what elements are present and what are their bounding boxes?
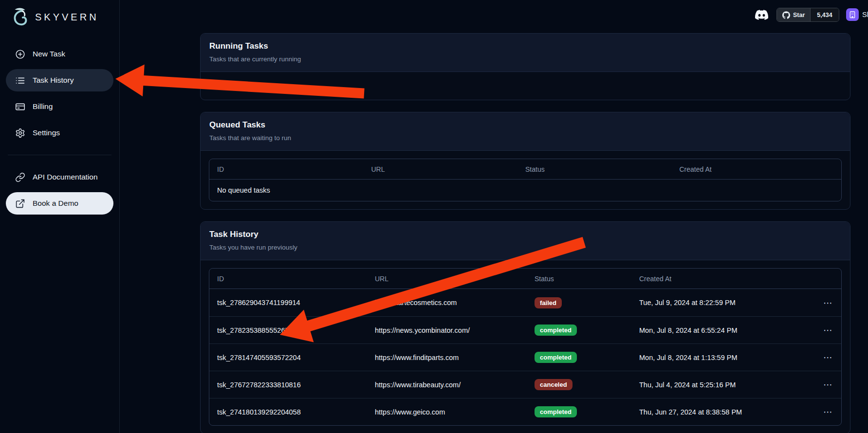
column-header-created-at: Created At — [639, 275, 785, 283]
table-row[interactable]: tsk_278235388555267564 https://news.ycom… — [209, 316, 841, 343]
gear-icon — [15, 128, 25, 138]
task-url-cell: https://news.ycombinator.com/ — [375, 326, 535, 334]
created-at-cell: Thu, Jun 27, 2024 at 8:38:58 PM — [639, 408, 785, 416]
column-header-status: Status — [525, 165, 680, 173]
task-id-cell: tsk_278629043741199914 — [217, 299, 375, 307]
card-title: Running Tasks — [209, 41, 841, 51]
queued-tasks-body: ID URL Status Created At No queued tasks — [201, 151, 850, 209]
row-actions-button[interactable]: ⋯ — [822, 351, 833, 364]
task-id-cell: tsk_274180139292204058 — [217, 408, 375, 416]
running-tasks-empty: No running tasks — [209, 80, 842, 92]
card-title: Task History — [209, 230, 841, 239]
github-icon — [782, 11, 790, 19]
task-history-table: ID URL Status Created At tsk_27862904374… — [209, 268, 842, 426]
credit-card-icon — [15, 102, 25, 112]
running-tasks-card: Running Tasks Tasks that are currently r… — [200, 33, 850, 100]
github-star-button[interactable]: Star 5,434 — [776, 8, 839, 22]
table-row[interactable]: tsk_278147405593572204 https://www.findi… — [209, 343, 841, 371]
task-url-cell: https://www.geico.com — [375, 408, 535, 416]
queued-tasks-header: Queued Tasks Tasks that are waiting to r… — [201, 112, 850, 151]
running-tasks-header: Running Tasks Tasks that are currently r… — [201, 34, 850, 72]
sidebar-divider — [8, 155, 111, 155]
status-badge: completed — [535, 406, 577, 417]
sidebar-item-label: API Documentation — [33, 173, 98, 181]
sidebar-item-label: Task History — [33, 76, 74, 85]
table-row[interactable]: tsk_278629043741199914 https://tartecosm… — [209, 289, 841, 316]
created-at-cell: Tue, Jul 9, 2024 at 8:22:59 PM — [639, 299, 785, 307]
sidebar-item-task-history[interactable]: Task History — [6, 69, 113, 91]
task-history-header: Task History Tasks you have run previous… — [201, 222, 850, 260]
column-header-status: Status — [535, 275, 639, 283]
status-badge: completed — [535, 352, 577, 363]
table-header-row: ID URL Status Created At — [209, 269, 841, 289]
account-label: Sk — [862, 11, 868, 18]
queued-tasks-empty: No queued tasks — [209, 180, 841, 201]
row-actions-button[interactable]: ⋯ — [822, 324, 833, 337]
created-at-cell: Mon, Jul 8, 2024 at 1:13:59 PM — [639, 354, 785, 361]
sidebar-item-book-a-demo[interactable]: Book a Demo — [6, 192, 113, 215]
task-url-cell: https://tartecosmetics.com — [375, 299, 535, 307]
sidebar-item-new-task[interactable]: New Task — [6, 43, 113, 65]
status-badge: failed — [535, 297, 562, 308]
task-history-card: Task History Tasks you have run previous… — [200, 221, 850, 433]
sidebar-item-label: New Task — [33, 50, 65, 58]
row-actions-button[interactable]: ⋯ — [822, 405, 833, 418]
running-tasks-body: No running tasks — [201, 72, 850, 100]
sidebar-nav: New Task Task History Billing Settings — [6, 43, 113, 215]
column-header-url: URL — [375, 275, 535, 283]
list-icon — [15, 75, 25, 86]
card-subtitle: Tasks you have run previously — [209, 244, 841, 251]
column-header-url: URL — [371, 165, 526, 173]
github-star-label: Star — [793, 12, 805, 18]
row-actions-button[interactable]: ⋯ — [822, 378, 833, 391]
link-icon — [15, 172, 25, 182]
plus-circle-icon — [15, 49, 25, 59]
github-star-count: 5,434 — [810, 8, 838, 21]
table-header-row: ID URL Status Created At — [209, 159, 841, 180]
task-history-body: ID URL Status Created At tsk_27862904374… — [201, 260, 850, 433]
card-subtitle: Tasks that are waiting to run — [209, 134, 841, 142]
created-at-cell: Mon, Jul 8, 2024 at 6:55:24 PM — [639, 326, 785, 334]
history-table-body: tsk_278629043741199914 https://tartecosm… — [209, 289, 841, 425]
task-url-cell: https://www.tirabeauty.com/ — [375, 381, 535, 389]
sidebar-item-label: Settings — [33, 128, 60, 137]
sidebar-item-billing[interactable]: Billing — [6, 95, 113, 118]
column-header-id: ID — [217, 165, 371, 173]
queued-tasks-table: ID URL Status Created At No queued tasks — [209, 159, 842, 201]
task-id-cell: tsk_278147405593572204 — [217, 354, 375, 361]
card-title: Queued Tasks — [209, 120, 841, 130]
external-link-icon — [15, 198, 25, 209]
organization-building-icon — [849, 11, 856, 18]
top-bar: Star 5,434 Sk — [0, 0, 868, 29]
row-actions-button[interactable]: ⋯ — [822, 296, 833, 309]
created-at-cell: Thu, Jul 4, 2024 at 5:25:16 PM — [639, 381, 785, 389]
card-subtitle: Tasks that are currently running — [209, 55, 841, 63]
status-badge: canceled — [535, 379, 573, 390]
sidebar: SKYVERN New Task Task History Billing S — [0, 0, 120, 433]
column-header-id: ID — [217, 275, 375, 283]
avatar[interactable] — [846, 8, 859, 21]
sidebar-item-api-documentation[interactable]: API Documentation — [6, 166, 113, 188]
column-header-created-at: Created At — [680, 165, 834, 173]
table-row[interactable]: tsk_274180139292204058 https://www.geico… — [209, 398, 841, 425]
main-content: Running Tasks Tasks that are currently r… — [200, 33, 850, 433]
task-id-cell: tsk_278235388555267564 — [217, 326, 375, 334]
queued-tasks-card: Queued Tasks Tasks that are waiting to r… — [200, 112, 850, 210]
task-id-cell: tsk_276727822333810816 — [217, 381, 375, 389]
sidebar-item-settings[interactable]: Settings — [6, 122, 113, 144]
task-url-cell: https://www.finditparts.com — [375, 354, 535, 361]
table-row[interactable]: tsk_276727822333810816 https://www.tirab… — [209, 371, 841, 398]
sidebar-item-label: Book a Demo — [33, 199, 78, 208]
discord-icon[interactable] — [755, 8, 768, 21]
status-badge: completed — [535, 325, 577, 336]
sidebar-item-label: Billing — [33, 102, 53, 111]
